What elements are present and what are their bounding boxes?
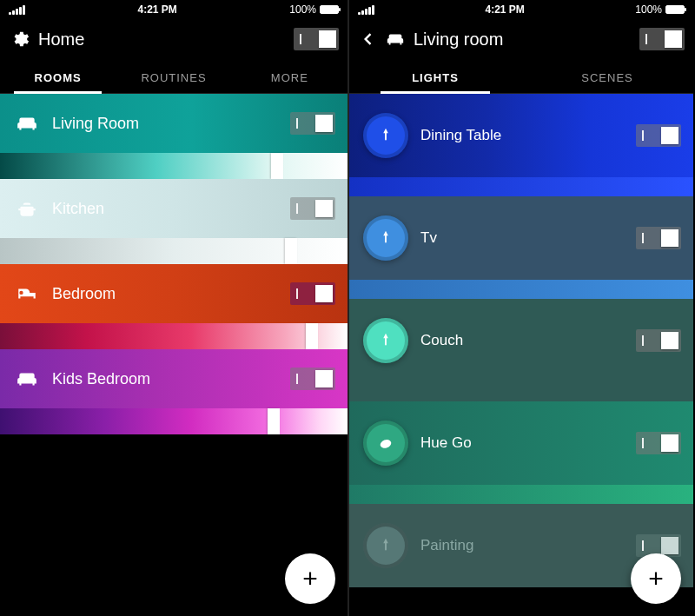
battery-pct: 100%	[635, 3, 662, 16]
room-label: Kitchen	[52, 200, 104, 218]
brightness-slider[interactable]	[0, 323, 348, 349]
room-label: Kids Bedroom	[52, 370, 150, 388]
battery-icon	[320, 5, 339, 14]
lights-list: Dining Table Tv Couch Hue Go	[349, 94, 693, 616]
light-row-couch[interactable]: Couch	[349, 299, 693, 382]
sofa-icon	[16, 112, 38, 135]
master-toggle[interactable]	[294, 28, 339, 50]
bulb-icon	[363, 318, 408, 363]
status-bar: 4:21 PM 100%	[349, 0, 693, 19]
light-toggle[interactable]	[636, 124, 681, 147]
sofa-icon	[16, 368, 38, 390]
light-slider[interactable]	[349, 177, 693, 196]
page-title: Home	[38, 30, 285, 50]
battery-icon	[665, 5, 685, 14]
room-row-living[interactable]: Living Room	[0, 94, 348, 179]
signal-icon	[358, 5, 374, 15]
light-toggle[interactable]	[636, 432, 681, 454]
clock: 4:21 PM	[374, 3, 635, 16]
rooms-list: Living Room Kitchen Bedroom	[0, 94, 348, 616]
sofa-icon	[386, 30, 405, 49]
brightness-slider[interactable]	[0, 153, 348, 179]
room-label: Living Room	[52, 115, 139, 133]
room-toggle[interactable]	[290, 368, 335, 390]
go-icon	[363, 421, 408, 466]
room-row-bedroom[interactable]: Bedroom	[0, 264, 348, 349]
tab-lights[interactable]: LIGHTS	[349, 71, 521, 93]
header: Living room	[349, 19, 693, 59]
tab-scenes[interactable]: SCENES	[521, 71, 693, 93]
pot-icon	[16, 197, 38, 220]
tab-more[interactable]: MORE	[232, 71, 348, 93]
room-toggle[interactable]	[290, 282, 335, 305]
room-toggle[interactable]	[290, 112, 335, 135]
add-button[interactable]: +	[285, 553, 335, 604]
bulb-icon	[363, 523, 408, 568]
light-label: Couch	[420, 332, 463, 349]
tabs: LIGHTS SCENES	[349, 59, 693, 94]
light-label: Tv	[420, 229, 437, 247]
page-title: Living room	[414, 30, 503, 50]
light-slider[interactable]	[349, 485, 693, 504]
bulb-icon	[363, 215, 408, 261]
room-detail-screen: 4:21 PM 100% Living room LIGHTS SCENES D…	[348, 0, 693, 616]
light-slider[interactable]	[349, 382, 693, 401]
bulb-icon	[363, 113, 408, 158]
home-screen: 4:21 PM 100% Home ROOMS ROUTINES MORE Li…	[0, 0, 348, 616]
back-icon[interactable]	[360, 30, 377, 48]
light-toggle[interactable]	[636, 329, 681, 352]
light-toggle[interactable]	[636, 227, 681, 249]
tab-routines[interactable]: ROUTINES	[116, 71, 231, 93]
signal-icon	[9, 5, 25, 15]
master-toggle[interactable]	[639, 28, 685, 50]
status-bar: 4:21 PM 100%	[0, 0, 348, 19]
room-label: Bedroom	[52, 285, 116, 303]
room-row-kitchen[interactable]: Kitchen	[0, 179, 348, 264]
gear-icon[interactable]	[10, 30, 30, 49]
bed-icon	[16, 282, 38, 305]
battery-pct: 100%	[289, 3, 316, 16]
light-row-tv[interactable]: Tv	[349, 196, 693, 280]
brightness-slider[interactable]	[0, 408, 348, 434]
light-row-dining-table[interactable]: Dining Table	[349, 94, 693, 177]
room-row-kids[interactable]: Kids Bedroom	[0, 349, 348, 434]
brightness-slider[interactable]	[0, 238, 348, 264]
light-label: Painting	[420, 537, 473, 554]
tab-rooms[interactable]: ROOMS	[0, 71, 116, 93]
add-button[interactable]: +	[631, 553, 681, 604]
tabs: ROOMS ROUTINES MORE	[0, 59, 348, 94]
header: Home	[0, 19, 348, 59]
clock: 4:21 PM	[25, 3, 289, 16]
light-slider[interactable]	[349, 280, 693, 299]
room-toggle[interactable]	[290, 197, 335, 220]
light-row-hue-go[interactable]: Hue Go	[349, 401, 693, 485]
light-label: Dining Table	[420, 127, 501, 144]
light-label: Hue Go	[420, 434, 472, 452]
